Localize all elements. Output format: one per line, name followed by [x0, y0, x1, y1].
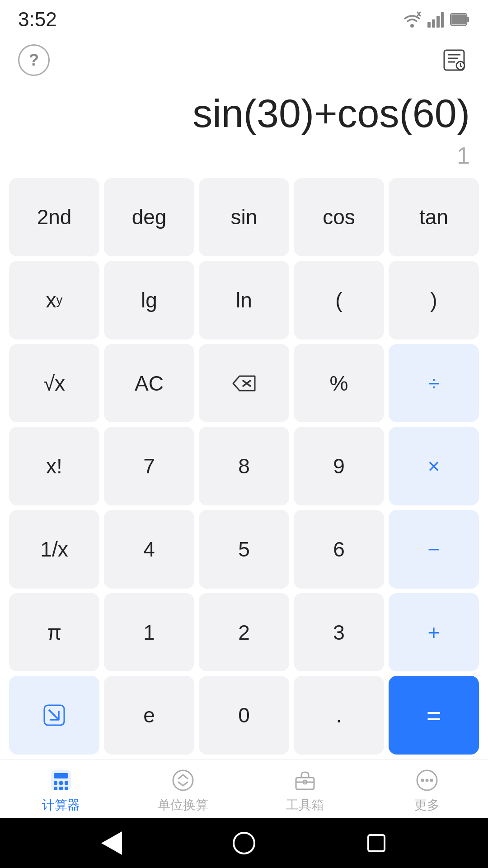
nav-calculator-label: 计算器 — [42, 797, 80, 814]
key-8[interactable]: 8 — [199, 427, 289, 505]
status-bar: 3:52 — [0, 0, 488, 35]
svg-rect-5 — [436, 16, 440, 28]
key-add[interactable]: + — [389, 593, 479, 672]
nav-unit-label: 单位换算 — [158, 797, 208, 814]
key-factorial[interactable]: x! — [9, 427, 99, 505]
key-7[interactable]: 7 — [104, 427, 194, 505]
key-1[interactable]: 1 — [104, 593, 194, 672]
key-xy[interactable]: xy — [9, 261, 99, 340]
svg-rect-8 — [451, 14, 466, 24]
key-row-6: π 1 2 3 + — [9, 593, 479, 672]
status-time: 3:52 — [18, 8, 57, 31]
key-backspace[interactable] — [199, 344, 289, 423]
svg-point-31 — [173, 770, 193, 790]
key-multiply[interactable]: × — [389, 427, 479, 505]
key-tan[interactable]: tan — [389, 178, 479, 257]
signal-icon — [427, 11, 444, 28]
display-area: sin(30)+cos(60) 1 — [0, 80, 488, 174]
key-row-7: e 0 . = — [9, 676, 479, 755]
key-3[interactable]: 3 — [294, 593, 384, 672]
more-icon — [414, 768, 440, 793]
key-pi[interactable]: π — [9, 593, 99, 672]
bottom-nav: 计算器 单位换算 工具箱 更多 — [0, 759, 488, 818]
svg-rect-3 — [427, 22, 431, 28]
nav-unit-converter[interactable]: 单位换算 — [122, 768, 244, 814]
svg-rect-29 — [59, 787, 63, 790]
svg-point-37 — [426, 779, 429, 782]
nav-more-label: 更多 — [414, 797, 440, 814]
app-header: ? — [0, 35, 488, 80]
nav-calculator[interactable]: 计算器 — [0, 768, 122, 814]
android-home-button[interactable] — [232, 831, 256, 855]
nav-toolbox-label: 工具箱 — [286, 797, 324, 814]
key-open-paren[interactable]: ( — [294, 261, 384, 340]
status-icons — [403, 11, 470, 28]
key-close-paren[interactable]: ) — [389, 261, 479, 340]
expression-display: sin(30)+cos(60) — [18, 90, 470, 137]
svg-rect-27 — [65, 781, 68, 785]
key-reciprocal[interactable]: 1/x — [9, 510, 99, 589]
key-divide[interactable]: ÷ — [389, 344, 479, 423]
key-equals[interactable]: = — [389, 676, 479, 755]
key-5[interactable]: 5 — [199, 510, 289, 589]
key-e[interactable]: e — [104, 676, 194, 755]
key-2nd[interactable]: 2nd — [9, 178, 99, 257]
calculator-icon — [48, 768, 74, 793]
key-ln[interactable]: ln — [199, 261, 289, 340]
key-row-3: √x AC % ÷ — [9, 344, 479, 423]
android-recents-button[interactable] — [365, 831, 388, 855]
svg-rect-24 — [54, 773, 68, 778]
key-sin[interactable]: sin — [199, 178, 289, 257]
svg-line-22 — [49, 710, 59, 720]
nav-toolbox[interactable]: 工具箱 — [244, 768, 366, 814]
svg-rect-9 — [467, 17, 469, 22]
svg-point-38 — [430, 779, 433, 782]
key-row-1: 2nd deg sin cos tan — [9, 178, 479, 257]
unit-converter-icon — [170, 768, 196, 793]
svg-rect-30 — [65, 787, 68, 790]
android-back-button[interactable] — [100, 831, 123, 855]
toolbox-icon — [292, 768, 318, 793]
key-row-5: 1/x 4 5 6 − — [9, 510, 479, 589]
key-row-2: xy lg ln ( ) — [9, 261, 479, 340]
nav-more[interactable]: 更多 — [366, 768, 488, 814]
svg-rect-26 — [59, 781, 63, 785]
svg-point-0 — [410, 24, 414, 28]
key-deg[interactable]: deg — [104, 178, 194, 257]
key-9[interactable]: 9 — [294, 427, 384, 505]
svg-rect-25 — [54, 781, 57, 785]
history-button[interactable] — [438, 44, 470, 76]
key-2[interactable]: 2 — [199, 593, 289, 672]
key-sqrt[interactable]: √x — [9, 344, 99, 423]
wifi-icon — [403, 11, 421, 28]
key-row-4: x! 7 8 9 × — [9, 427, 479, 505]
key-subtract[interactable]: − — [389, 510, 479, 589]
result-display: 1 — [18, 142, 470, 169]
keyboard: 2nd deg sin cos tan xy lg ln ( ) √x AC %… — [0, 174, 488, 759]
key-4[interactable]: 4 — [104, 510, 194, 589]
svg-rect-6 — [441, 12, 444, 28]
key-cos[interactable]: cos — [294, 178, 384, 257]
svg-point-36 — [421, 779, 424, 782]
help-button[interactable]: ? — [18, 44, 50, 76]
battery-icon — [450, 11, 470, 28]
key-percent[interactable]: % — [294, 344, 384, 423]
key-decimal[interactable]: . — [294, 676, 384, 755]
key-expand[interactable] — [9, 676, 99, 755]
key-6[interactable]: 6 — [294, 510, 384, 589]
key-0[interactable]: 0 — [199, 676, 289, 755]
android-nav — [0, 818, 488, 868]
svg-rect-28 — [54, 787, 57, 790]
key-lg[interactable]: lg — [104, 261, 194, 340]
key-ac[interactable]: AC — [104, 344, 194, 423]
svg-rect-4 — [432, 19, 435, 28]
